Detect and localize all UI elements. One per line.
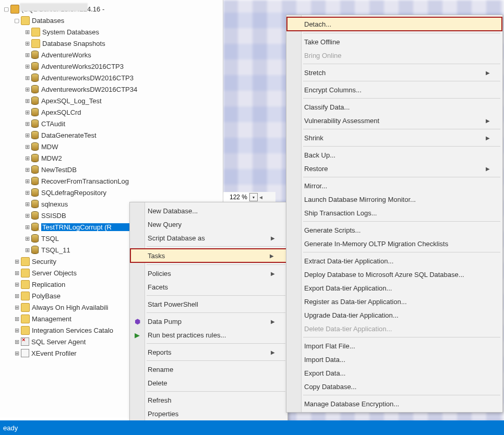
context-menu-item[interactable]: Tasks▶ bbox=[130, 248, 287, 263]
tasks-menu-item[interactable]: Mirror... bbox=[286, 179, 502, 192]
context-menu-item[interactable]: New Database... bbox=[130, 204, 287, 218]
tasks-menu-item[interactable]: Take Offline bbox=[286, 35, 502, 49]
tasks-menu-item[interactable]: Encrypt Columns... bbox=[286, 83, 502, 96]
tasks-menu-item[interactable]: Manage Database Encryption... bbox=[286, 397, 502, 410]
tasks-menu-item[interactable]: Launch Database Mirroring Monitor... bbox=[286, 192, 502, 206]
expand-icon[interactable]: ⊞ bbox=[24, 29, 30, 35]
expand-icon[interactable]: ⊞ bbox=[24, 155, 30, 162]
tasks-menu-item[interactable]: Shrink▶ bbox=[286, 131, 502, 144]
tasks-menu-item[interactable]: Generate In-Memory OLTP Migration Checkl… bbox=[286, 237, 502, 250]
context-menu-item[interactable]: Rename bbox=[130, 362, 287, 376]
expand-icon[interactable]: ⊞ bbox=[14, 327, 20, 334]
expand-icon[interactable]: ⊞ bbox=[24, 52, 30, 58]
expand-icon[interactable]: ⊞ bbox=[24, 166, 30, 173]
tasks-menu-item[interactable]: Import Flat File... bbox=[286, 339, 502, 353]
context-menu-item[interactable]: Script Database as▶ bbox=[130, 231, 287, 245]
expand-icon[interactable]: ⊞ bbox=[24, 143, 30, 150]
db-node[interactable]: ⊞MDW bbox=[2, 141, 223, 152]
expand-icon[interactable]: ⊞ bbox=[24, 224, 30, 231]
collapse-icon[interactable]: ▢ bbox=[3, 6, 9, 13]
db-node[interactable]: ⊞RecoverFromTransactionLog bbox=[2, 175, 223, 187]
context-menu-item[interactable]: Properties bbox=[130, 407, 287, 420]
folder-icon bbox=[31, 39, 40, 48]
tasks-menu-item[interactable]: Classify Data... bbox=[286, 100, 502, 114]
tasks-menu-item[interactable]: Register as Data-tier Application... bbox=[286, 295, 502, 308]
expand-icon[interactable]: ⊞ bbox=[24, 86, 30, 93]
expand-icon[interactable]: ⊞ bbox=[24, 75, 30, 81]
tasks-menu-item[interactable]: Export Data... bbox=[286, 366, 502, 380]
tasks-menu-item[interactable]: Import Data... bbox=[286, 353, 502, 366]
expand-icon[interactable]: ⊞ bbox=[24, 235, 30, 242]
expand-icon[interactable]: ⊞ bbox=[24, 63, 30, 70]
db-node[interactable]: ⊞AdventureWorks bbox=[2, 49, 223, 61]
tasks-menu-item[interactable]: Copy Database... bbox=[286, 380, 502, 393]
expand-icon[interactable]: ⊞ bbox=[14, 304, 20, 311]
menu-item-label: Take Offline bbox=[304, 38, 340, 46]
context-menu-item[interactable]: Start PowerShell bbox=[130, 297, 287, 311]
expand-icon[interactable]: ⊞ bbox=[24, 189, 30, 196]
db-node[interactable]: ⊞AdventureWorks2016CTP3 bbox=[2, 61, 223, 72]
expand-icon[interactable]: ⊞ bbox=[14, 281, 20, 288]
context-menu-item[interactable]: Delete bbox=[130, 376, 287, 390]
expand-icon[interactable]: ⊞ bbox=[24, 98, 30, 104]
expand-icon[interactable]: ⊞ bbox=[14, 293, 20, 299]
tasks-menu-item[interactable]: Detach... bbox=[286, 17, 502, 31]
tasks-menu-item[interactable]: Ship Transaction Logs... bbox=[286, 206, 502, 220]
zoom-input[interactable] bbox=[223, 192, 248, 202]
menu-item-label: Register as Data-tier Application... bbox=[304, 298, 407, 306]
context-menu-item[interactable]: Facets bbox=[130, 280, 287, 294]
expand-icon[interactable]: ⊞ bbox=[24, 109, 30, 116]
context-menu-item[interactable]: ▶Run best practices rules... bbox=[130, 328, 287, 342]
menu-item-label: Generate In-Memory OLTP Migration Checkl… bbox=[304, 240, 448, 248]
context-menu-item[interactable]: Refresh bbox=[130, 393, 287, 407]
db-node[interactable]: ⊞NewTestDB bbox=[2, 164, 223, 175]
expand-icon[interactable]: ⊞ bbox=[24, 40, 30, 47]
databases-node[interactable]: ▢ Databases bbox=[2, 15, 223, 26]
expand-icon[interactable]: ⊞ bbox=[24, 247, 30, 253]
submenu-arrow-icon: ▶ bbox=[271, 271, 275, 276]
db-node[interactable]: ⊞DataGenerateTest bbox=[2, 129, 223, 141]
expand-icon[interactable]: ⊞ bbox=[24, 212, 30, 219]
tasks-menu-item[interactable]: Extract Data-tier Application... bbox=[286, 254, 502, 268]
database-icon bbox=[31, 51, 39, 59]
tasks-menu-item[interactable]: Back Up... bbox=[286, 148, 502, 162]
context-menu-item[interactable]: ⬢Data Pump▶ bbox=[130, 315, 287, 328]
db-node[interactable]: ⊞SQLdefragRepository bbox=[2, 187, 223, 198]
expand-icon[interactable]: ⊞ bbox=[24, 132, 30, 139]
expand-icon[interactable]: ⊞ bbox=[14, 258, 20, 265]
context-menu-item[interactable]: New Query bbox=[130, 218, 287, 231]
tasks-menu-item[interactable]: Restore▶ bbox=[286, 162, 502, 175]
db-node[interactable]: ⊞Database Snapshots bbox=[2, 38, 223, 49]
tasks-menu-item[interactable]: Generate Scripts... bbox=[286, 223, 502, 237]
menu-item-label: Script Database as bbox=[148, 234, 205, 242]
db-node[interactable]: ⊞CTAudit bbox=[2, 118, 223, 129]
db-node[interactable]: ⊞AdventureworksDW2016CTP34 bbox=[2, 83, 223, 95]
db-node[interactable]: ⊞AdventureworksDW2016CTP3 bbox=[2, 72, 223, 83]
tasks-menu-item[interactable]: Stretch▶ bbox=[286, 66, 502, 79]
scroll-left[interactable]: ◂ bbox=[258, 194, 264, 201]
folder-icon bbox=[21, 315, 30, 323]
database-icon bbox=[31, 74, 39, 82]
context-menu-item[interactable]: Policies▶ bbox=[130, 267, 287, 280]
db-node[interactable]: ⊞MDW2 bbox=[2, 152, 223, 164]
tasks-menu-item[interactable]: Export Data-tier Application... bbox=[286, 281, 502, 295]
expand-icon[interactable]: ⊞ bbox=[24, 178, 30, 185]
menu-separator bbox=[303, 146, 500, 147]
expand-icon[interactable]: ⊞ bbox=[24, 120, 30, 127]
expand-icon[interactable]: ⊞ bbox=[14, 316, 20, 322]
expand-icon[interactable]: ⊞ bbox=[14, 339, 20, 345]
collapse-icon[interactable]: ▢ bbox=[14, 17, 20, 24]
expand-icon[interactable]: ⊞ bbox=[14, 270, 20, 276]
db-node[interactable]: ⊞System Databases bbox=[2, 26, 223, 38]
menu-item-label: Generate Scripts... bbox=[304, 226, 361, 234]
db-node[interactable]: ⊞ApexSQL_Log_Test bbox=[2, 95, 223, 106]
db-node[interactable]: ⊞ApexSQLCrd bbox=[2, 106, 223, 118]
tasks-menu-item[interactable]: Upgrade Data-tier Application... bbox=[286, 308, 502, 322]
context-menu-item[interactable]: Reports▶ bbox=[130, 345, 287, 359]
tasks-menu-item[interactable]: Deploy Database to Microsoft Azure SQL D… bbox=[286, 268, 502, 281]
menu-item-label: Data Pump bbox=[148, 318, 182, 325]
zoom-dropdown[interactable]: ▾ bbox=[249, 193, 258, 201]
expand-icon[interactable]: ⊞ bbox=[14, 350, 20, 357]
tasks-menu-item[interactable]: Vulnerability Assessment▶ bbox=[286, 114, 502, 127]
expand-icon[interactable]: ⊞ bbox=[24, 201, 30, 208]
